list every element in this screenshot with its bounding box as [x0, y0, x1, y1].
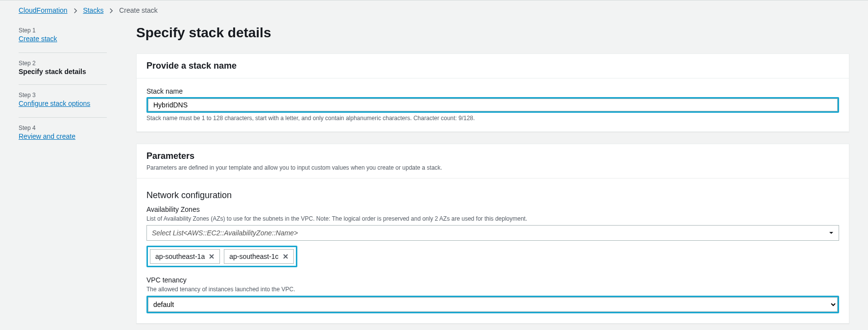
main-content: Specify stack details Provide a stack na… — [136, 24, 849, 324]
az-sublabel: List of Availability Zones (AZs) to use … — [146, 215, 839, 222]
step-link-create-stack[interactable]: Create stack — [19, 35, 57, 44]
section-title-network: Network configuration — [146, 190, 839, 201]
wizard-steps: Step 1 Create stack Step 2 Specify stack… — [19, 24, 121, 324]
divider — [19, 84, 107, 85]
panel-title-parameters: Parameters — [146, 151, 839, 161]
stack-name-label: Stack name — [146, 87, 839, 95]
divider — [19, 117, 107, 118]
chevron-right-icon — [72, 8, 78, 14]
breadcrumb: CloudFormation Stacks Create stack — [0, 0, 868, 14]
breadcrumb-current: Create stack — [119, 6, 158, 14]
az-token-2-label: ap-southeast-1c — [229, 253, 278, 260]
breadcrumb-cloudformation[interactable]: CloudFormation — [19, 6, 68, 14]
az-placeholder: Select List<AWS::EC2::AvailabilityZone::… — [152, 229, 298, 237]
az-select[interactable]: Select List<AWS::EC2::AvailabilityZone::… — [146, 225, 839, 241]
vpc-tenancy-sublabel: The allowed tenancy of instances launche… — [146, 286, 839, 293]
panel-stack-name: Provide a stack name Stack name Stack na… — [136, 53, 849, 132]
step-link-review-create[interactable]: Review and create — [19, 132, 75, 141]
az-tokens: ap-southeast-1a ap-southeast-1c — [146, 246, 297, 267]
vpc-tenancy-label: VPC tenancy — [146, 276, 839, 284]
page-title: Specify stack details — [136, 25, 849, 41]
az-token-1: ap-southeast-1a — [150, 249, 220, 264]
step-number: Step 3 — [19, 92, 121, 99]
panel-parameters: Parameters Parameters are defined in you… — [136, 144, 849, 324]
close-icon[interactable] — [209, 254, 215, 259]
chevron-right-icon — [108, 8, 114, 14]
divider — [19, 52, 107, 53]
close-icon[interactable] — [283, 254, 289, 259]
step-current-specify-details: Specify stack details — [19, 68, 121, 76]
step-link-configure-options[interactable]: Configure stack options — [19, 100, 90, 108]
vpc-tenancy-select[interactable]: default — [148, 297, 838, 312]
step-number: Step 1 — [19, 27, 121, 34]
panel-title-stack-name: Provide a stack name — [146, 61, 839, 71]
stack-name-input[interactable] — [148, 99, 838, 111]
az-token-1-label: ap-southeast-1a — [155, 253, 205, 260]
step-number: Step 4 — [19, 125, 121, 131]
step-number: Step 2 — [19, 60, 121, 67]
az-label: Availability Zones — [146, 205, 839, 213]
caret-down-icon — [829, 229, 834, 237]
panel-subtext-parameters: Parameters are defined in your template … — [146, 164, 839, 171]
stack-name-helper: Stack name must be 1 to 128 characters, … — [146, 115, 839, 122]
az-token-2: ap-southeast-1c — [224, 249, 293, 264]
breadcrumb-stacks[interactable]: Stacks — [83, 6, 103, 14]
